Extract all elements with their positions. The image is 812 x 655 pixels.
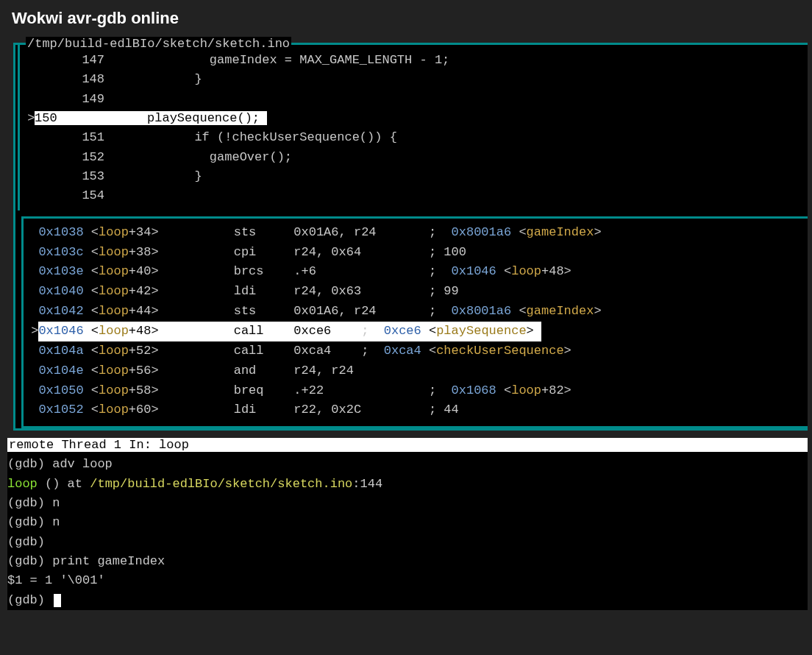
page-title: Wokwi avr-gdb online (0, 0, 812, 37)
source-line: 153 } (20, 167, 808, 186)
source-panel: /tmp/build-edlBIo/sketch/sketch.ino 147 … (18, 45, 808, 210)
asm-line: 0x104a <loop+52> call 0xca4 ; 0xca4 <che… (24, 341, 808, 361)
source-file-path: /tmp/build-edlBIo/sketch/sketch.ino (26, 37, 291, 51)
asm-line: 0x1052 <loop+60> ldi r22, 0x2C ; 44 (24, 400, 808, 420)
asm-line: >0x1046 <loop+48> call 0xce6 ; 0xce6 <pl… (24, 322, 808, 341)
tui-panel: /tmp/build-edlBIo/sketch/sketch.ino 147 … (13, 43, 808, 431)
gdb-console[interactable]: (gdb) adv looploop () at /tmp/build-edlB… (7, 452, 808, 610)
asm-line: 0x103c <loop+38> cpi r24, 0x64 ; 100 (24, 243, 808, 263)
gdb-output-line: loop () at /tmp/build-edlBIo/sketch/sket… (7, 475, 808, 494)
status-bar: remote Thread 1 In: loop (7, 438, 808, 452)
gdb-prompt-line: (gdb) n (7, 494, 808, 513)
gdb-prompt-line: (gdb) adv loop (7, 455, 808, 474)
source-line: 152 gameOver(); (20, 148, 808, 167)
source-line: >150 playSequence(); (20, 109, 808, 128)
source-line: 148 } (20, 70, 808, 89)
asm-line: 0x1038 <loop+34> sts 0x01A6, r24 ; 0x800… (24, 223, 808, 243)
gdb-prompt-line: (gdb) print gameIndex (7, 552, 808, 571)
gdb-prompt-line: (gdb) (7, 591, 808, 610)
asm-line: 0x104e <loop+56> and r24, r24 (24, 361, 808, 381)
disassembly-panel: 0x1038 <loop+34> sts 0x01A6, r24 ; 0x800… (21, 216, 808, 429)
console-wrap: remote Thread 1 In: loop (gdb) adv loopl… (7, 438, 808, 610)
gdb-prompt-line: (gdb) (7, 533, 808, 552)
asm-line: 0x1040 <loop+42> ldi r24, 0x63 ; 99 (24, 282, 808, 302)
source-line: 154 (20, 186, 808, 205)
cursor (54, 594, 61, 607)
source-line: 151 if (!checkUserSequence()) { (20, 128, 808, 147)
source-line: 147 gameIndex = MAX_GAME_LENGTH - 1; (20, 51, 808, 70)
source-line: 149 (20, 90, 808, 109)
asm-line: 0x103e <loop+40> brcs .+6 ; 0x1046 <loop… (24, 262, 808, 282)
gdb-output-line: $1 = 1 '\001' (7, 571, 808, 590)
disassembly-lines: 0x1038 <loop+34> sts 0x01A6, r24 ; 0x800… (24, 223, 808, 421)
gdb-prompt-line: (gdb) n (7, 513, 808, 532)
source-lines: 147 gameIndex = MAX_GAME_LENGTH - 1; 148… (20, 45, 808, 210)
asm-line: 0x1042 <loop+44> sts 0x01A6, r24 ; 0x800… (24, 302, 808, 322)
asm-line: 0x1050 <loop+58> breq .+22 ; 0x1068 <loo… (24, 381, 808, 401)
